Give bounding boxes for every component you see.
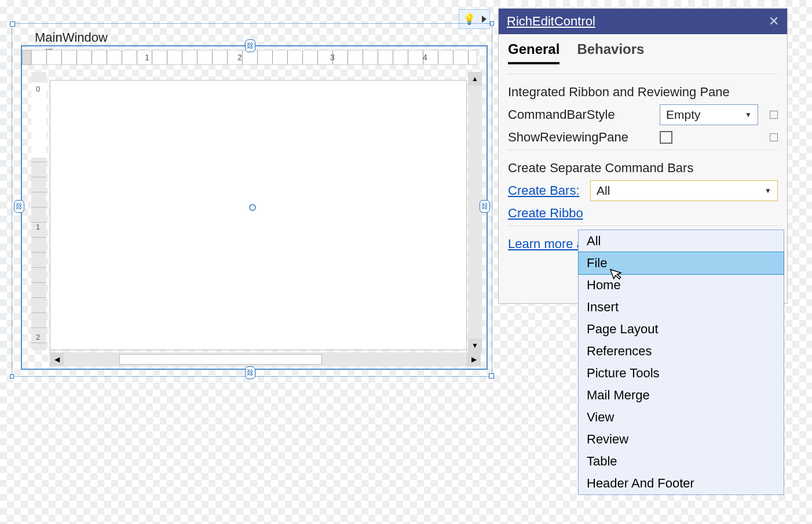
commandbarstyle-select[interactable]: Empty ▼: [660, 104, 758, 125]
showreviewing-label: ShowReviewingPane: [508, 130, 653, 145]
close-icon[interactable]: ✕: [769, 14, 779, 29]
scroll-right-icon[interactable]: ▶: [467, 352, 481, 366]
dropdown-item[interactable]: References: [579, 340, 784, 362]
dropdown-item[interactable]: Review: [579, 428, 784, 450]
dropdown-item[interactable]: Header And Footer: [579, 472, 784, 494]
dropdown-item[interactable]: View: [579, 406, 784, 428]
scroll-left-icon[interactable]: ◀: [50, 352, 64, 366]
panel-header: RichEditControl ✕: [499, 9, 787, 34]
create-bars-select[interactable]: All ▼: [590, 180, 778, 201]
document-page[interactable]: [50, 80, 467, 350]
tab-general[interactable]: General: [508, 41, 559, 64]
scroll-thumb[interactable]: [119, 354, 322, 365]
section-ribbon-title: Integrated Ribbon and Reviewing Pane: [508, 85, 778, 100]
dropdown-item[interactable]: Picture Tools: [579, 362, 784, 384]
dropdown-item[interactable]: Page Layout: [579, 318, 784, 340]
dropdown-item[interactable]: Insert: [579, 296, 784, 318]
dropdown-item[interactable]: All: [579, 230, 784, 252]
anchor-top-icon[interactable]: ⛓: [245, 39, 255, 52]
dropdown-item[interactable]: Mail Merge: [579, 384, 784, 406]
anchor-bottom-icon[interactable]: ⛓: [245, 366, 255, 379]
reset-marker-icon[interactable]: [770, 111, 778, 119]
create-bars-value: All: [597, 184, 610, 198]
window-title: MainWindow: [35, 30, 108, 45]
create-bars-link[interactable]: Create Bars:: [508, 183, 583, 198]
horizontal-ruler[interactable]: 1 2 3 4: [31, 50, 477, 65]
section-bars-title: Create Separate Command Bars: [508, 161, 778, 176]
chevron-right-icon: [482, 16, 487, 23]
commandbarstyle-value: Empty: [666, 108, 701, 122]
vertical-ruler[interactable]: 0 1 2: [31, 72, 46, 350]
showreviewing-checkbox[interactable]: [660, 131, 672, 144]
panel-title: RichEditControl: [507, 14, 595, 29]
scroll-up-icon[interactable]: ▲: [468, 72, 482, 86]
anchor-right-icon[interactable]: ⛓: [480, 200, 490, 213]
chevron-down-icon: ▼: [745, 111, 752, 119]
chevron-down-icon: ▼: [765, 187, 771, 195]
tab-behaviors[interactable]: Behaviors: [577, 41, 644, 64]
learn-more-link[interactable]: Learn more a: [508, 236, 584, 252]
reset-marker-icon[interactable]: [770, 133, 778, 141]
create-bars-dropdown[interactable]: AllFileHomeInsertPage LayoutReferencesPi…: [578, 230, 784, 495]
dropdown-item[interactable]: File: [578, 252, 784, 275]
selection-center-icon: [249, 204, 256, 211]
commandbarstyle-label: CommandBarStyle: [508, 107, 653, 122]
scroll-down-icon[interactable]: ▼: [468, 339, 482, 352]
vertical-scrollbar[interactable]: ▲ ▼: [468, 72, 482, 352]
horizontal-scrollbar[interactable]: ◀ ▶: [50, 352, 481, 366]
anchor-left-icon[interactable]: ⛓: [14, 200, 24, 213]
dropdown-item[interactable]: Home: [579, 274, 784, 296]
ruler-corner: [22, 50, 31, 65]
create-ribbon-link[interactable]: Create Ribbo: [508, 206, 583, 221]
dropdown-item[interactable]: Table: [579, 450, 784, 472]
